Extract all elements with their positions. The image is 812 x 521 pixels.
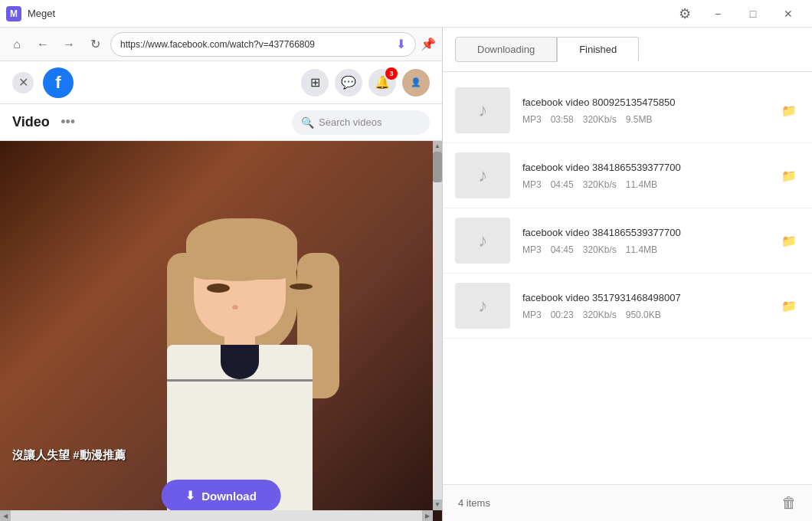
item-bitrate-4: 320Kb/s bbox=[583, 310, 617, 320]
item-thumbnail-3: ♪ bbox=[455, 218, 510, 264]
scroll-up-arrow[interactable]: ▲ bbox=[433, 141, 442, 152]
item-info-3: facebook video 3841865539377700 MP3 04:4… bbox=[522, 227, 766, 255]
item-title-3: facebook video 3841865539377700 bbox=[522, 227, 766, 238]
downloads-list: ♪ facebook video 800925135475850 MP3 03:… bbox=[443, 72, 812, 484]
tab-bar: Downloading Finished bbox=[443, 28, 812, 72]
item-info-1: facebook video 800925135475850 MP3 03:58… bbox=[522, 97, 766, 125]
window-controls: − □ ✕ bbox=[700, 2, 806, 26]
item-duration-2: 04:45 bbox=[551, 179, 574, 190]
title-bar-right: ⚙ − □ ✕ bbox=[673, 2, 806, 26]
forward-button[interactable]: → bbox=[58, 34, 80, 55]
item-folder-button-1[interactable]: 📁 bbox=[778, 100, 800, 121]
home-button[interactable]: ⌂ bbox=[6, 34, 28, 55]
item-size-4: 950.0KB bbox=[626, 310, 661, 320]
item-thumbnail-1: ♪ bbox=[455, 87, 510, 133]
item-size-3: 11.4MB bbox=[626, 244, 657, 255]
downloads-footer: 4 items 🗑 bbox=[443, 484, 812, 521]
pin-button[interactable]: 📌 bbox=[421, 37, 436, 51]
search-placeholder-text: Search videos bbox=[319, 116, 381, 128]
browser-panel: ⌂ ← → ↻ https://www.facebook.com/watch?v… bbox=[0, 28, 443, 521]
item-actions-4: 📁 bbox=[778, 296, 800, 316]
music-icon-3: ♪ bbox=[478, 230, 487, 251]
main-layout: ⌂ ← → ↻ https://www.facebook.com/watch?v… bbox=[0, 28, 812, 521]
item-meta-1: MP3 03:58 320Kb/s 9.5MB bbox=[522, 114, 766, 125]
download-button-wrapper: ⬇ Download bbox=[161, 480, 281, 512]
item-duration-1: 03:58 bbox=[551, 114, 574, 125]
item-info-2: facebook video 3841865539377700 MP3 04:4… bbox=[522, 162, 766, 190]
video-caption-area: 沒讓人失望 #動漫推薦 bbox=[0, 442, 442, 469]
refresh-button[interactable]: ↻ bbox=[84, 34, 106, 55]
item-format-4: MP3 bbox=[522, 310, 542, 320]
search-bar[interactable]: 🔍 Search videos bbox=[292, 110, 430, 135]
avatar-initials: 👤 bbox=[411, 77, 421, 87]
item-meta-2: MP3 04:45 320Kb/s 11.4MB bbox=[522, 179, 766, 190]
scroll-right-arrow[interactable]: ▶ bbox=[422, 510, 433, 521]
music-icon-4: ♪ bbox=[478, 295, 487, 316]
video-section-title: Video bbox=[12, 114, 50, 130]
download-button-label: Download bbox=[201, 490, 257, 503]
download-button[interactable]: ⬇ Download bbox=[161, 480, 281, 512]
items-count: 4 items bbox=[458, 497, 490, 509]
item-bitrate-1: 320Kb/s bbox=[583, 114, 617, 125]
app-logo: M bbox=[6, 6, 21, 21]
tab-downloading[interactable]: Downloading bbox=[455, 37, 557, 62]
facebook-logo: f bbox=[43, 67, 74, 98]
settings-button[interactable]: ⚙ bbox=[673, 2, 697, 25]
scroll-left-arrow[interactable]: ◀ bbox=[0, 510, 11, 521]
minimize-button[interactable]: − bbox=[700, 2, 735, 26]
tab-finished[interactable]: Finished bbox=[557, 37, 639, 62]
grid-button[interactable]: ⊞ bbox=[301, 69, 329, 97]
back-button[interactable]: ← bbox=[32, 34, 54, 55]
facebook-header: ✕ f ⊞ 💬 🔔 3 👤 bbox=[0, 61, 442, 104]
app-title: Meget bbox=[28, 8, 55, 19]
notification-button[interactable]: 🔔 3 bbox=[368, 69, 396, 97]
music-icon-2: ♪ bbox=[478, 165, 487, 186]
music-icon-1: ♪ bbox=[478, 100, 487, 121]
item-size-1: 9.5MB bbox=[626, 114, 653, 125]
navigation-bar: ⌂ ← → ↻ https://www.facebook.com/watch?v… bbox=[0, 28, 442, 61]
item-actions-1: 📁 bbox=[778, 100, 800, 121]
download-button-icon: ⬇ bbox=[185, 489, 195, 503]
video-section-header: Video ••• 🔍 Search videos bbox=[0, 104, 442, 141]
item-folder-button-2[interactable]: 📁 bbox=[778, 165, 800, 186]
item-format-3: MP3 bbox=[522, 244, 542, 255]
download-item: ♪ facebook video 3517931468498007 MP3 00… bbox=[443, 274, 812, 339]
item-actions-2: 📁 bbox=[778, 165, 800, 186]
item-folder-button-3[interactable]: 📁 bbox=[778, 231, 800, 251]
item-actions-3: 📁 bbox=[778, 231, 800, 251]
address-bar[interactable]: https://www.facebook.com/watch?v=4377668… bbox=[110, 32, 416, 57]
item-title-4: facebook video 3517931468498007 bbox=[522, 292, 766, 303]
video-content-area: ▲ ▼ ◀ ▶ 沒讓人失望 #動漫推薦 ⬇ Download bbox=[0, 141, 442, 521]
fb-close-button[interactable]: ✕ bbox=[12, 72, 34, 93]
item-duration-3: 04:45 bbox=[551, 244, 574, 255]
item-size-2: 11.4MB bbox=[626, 179, 657, 190]
close-button[interactable]: ✕ bbox=[771, 2, 806, 26]
item-bitrate-3: 320Kb/s bbox=[583, 244, 617, 255]
item-title-2: facebook video 3841865539377700 bbox=[522, 162, 766, 173]
title-bar: M Meget ⚙ − □ ✕ bbox=[0, 0, 812, 28]
scroll-down-arrow[interactable]: ▼ bbox=[433, 500, 442, 510]
scroll-thumb bbox=[433, 152, 442, 182]
avatar-button[interactable]: 👤 bbox=[402, 69, 430, 97]
maximize-button[interactable]: □ bbox=[735, 2, 771, 26]
download-item: ♪ facebook video 3841865539377700 MP3 04… bbox=[443, 143, 812, 208]
trash-button[interactable]: 🗑 bbox=[781, 494, 797, 512]
more-options-button[interactable]: ••• bbox=[56, 110, 80, 135]
item-format-2: MP3 bbox=[522, 179, 542, 190]
character-figure bbox=[152, 215, 351, 521]
item-info-4: facebook video 3517931468498007 MP3 00:2… bbox=[522, 292, 766, 320]
vertical-scrollbar[interactable]: ▲ ▼ bbox=[433, 141, 442, 510]
horizontal-scrollbar[interactable]: ◀ ▶ bbox=[0, 510, 433, 521]
item-thumbnail-2: ♪ bbox=[455, 152, 510, 198]
messenger-button[interactable]: 💬 bbox=[335, 69, 362, 97]
downloads-panel: Downloading Finished ♪ facebook video 80… bbox=[443, 28, 812, 521]
download-page-button[interactable]: ⬇ bbox=[396, 37, 406, 51]
item-bitrate-2: 320Kb/s bbox=[583, 179, 617, 190]
item-format-1: MP3 bbox=[522, 114, 542, 125]
download-item: ♪ facebook video 800925135475850 MP3 03:… bbox=[443, 78, 812, 143]
url-text: https://www.facebook.com/watch?v=4377668… bbox=[120, 39, 391, 50]
download-item: ♪ facebook video 3841865539377700 MP3 04… bbox=[443, 208, 812, 274]
item-folder-button-4[interactable]: 📁 bbox=[778, 296, 800, 316]
item-title-1: facebook video 800925135475850 bbox=[522, 97, 766, 108]
facebook-actions: ⊞ 💬 🔔 3 👤 bbox=[301, 69, 430, 97]
